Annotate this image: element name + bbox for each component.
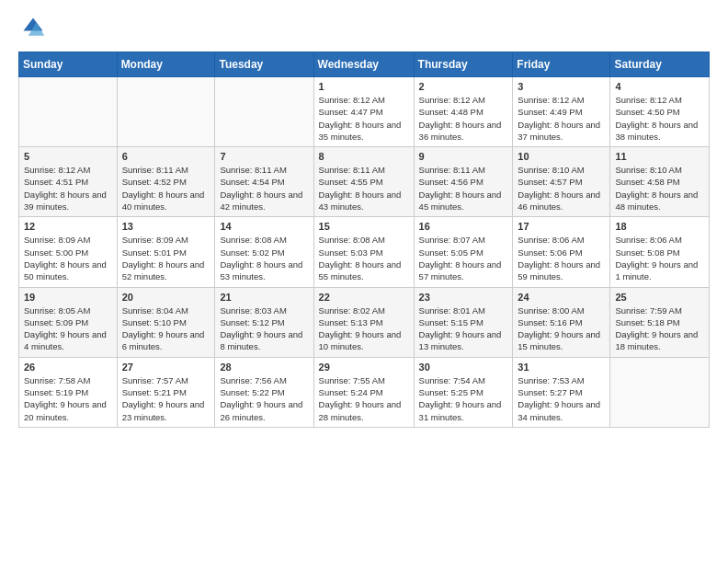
logo-icon <box>20 15 46 40</box>
day-cell: 19Sunrise: 8:05 AM Sunset: 5:09 PM Dayli… <box>19 287 118 357</box>
day-cell: 6Sunrise: 8:11 AM Sunset: 4:52 PM Daylig… <box>117 147 215 217</box>
day-cell: 12Sunrise: 8:09 AM Sunset: 5:00 PM Dayli… <box>19 217 118 287</box>
day-info: Sunrise: 8:10 AM Sunset: 4:57 PM Dayligh… <box>518 164 605 213</box>
day-info: Sunrise: 8:04 AM Sunset: 5:10 PM Dayligh… <box>122 304 210 353</box>
weekday-header-saturday: Saturday <box>610 52 710 77</box>
weekday-header-wednesday: Wednesday <box>313 52 414 77</box>
day-number: 15 <box>319 221 409 232</box>
week-row-4: 19Sunrise: 8:05 AM Sunset: 5:09 PM Dayli… <box>19 287 710 357</box>
day-info: Sunrise: 8:11 AM Sunset: 4:55 PM Dayligh… <box>319 164 409 213</box>
day-number: 23 <box>419 292 508 303</box>
day-number: 19 <box>24 292 112 303</box>
day-number: 29 <box>319 362 409 373</box>
day-info: Sunrise: 8:12 AM Sunset: 4:47 PM Dayligh… <box>319 94 409 143</box>
day-cell: 22Sunrise: 8:02 AM Sunset: 5:13 PM Dayli… <box>313 287 414 357</box>
day-info: Sunrise: 8:06 AM Sunset: 5:06 PM Dayligh… <box>518 234 605 282</box>
day-number: 24 <box>518 292 605 303</box>
week-row-5: 26Sunrise: 7:58 AM Sunset: 5:19 PM Dayli… <box>19 357 710 427</box>
day-info: Sunrise: 8:11 AM Sunset: 4:54 PM Dayligh… <box>220 164 308 213</box>
day-cell: 18Sunrise: 8:06 AM Sunset: 5:08 PM Dayli… <box>610 217 710 287</box>
day-info: Sunrise: 8:03 AM Sunset: 5:12 PM Dayligh… <box>220 304 308 353</box>
day-cell: 3Sunrise: 8:12 AM Sunset: 4:49 PM Daylig… <box>513 77 610 147</box>
day-cell: 24Sunrise: 8:00 AM Sunset: 5:16 PM Dayli… <box>513 287 610 357</box>
weekday-header-sunday: Sunday <box>19 52 118 77</box>
day-info: Sunrise: 8:12 AM Sunset: 4:48 PM Dayligh… <box>419 94 508 143</box>
day-info: Sunrise: 7:56 AM Sunset: 5:22 PM Dayligh… <box>220 374 308 423</box>
day-info: Sunrise: 8:08 AM Sunset: 5:03 PM Dayligh… <box>319 234 409 282</box>
day-info: Sunrise: 8:01 AM Sunset: 5:15 PM Dayligh… <box>419 304 508 353</box>
day-info: Sunrise: 8:02 AM Sunset: 5:13 PM Dayligh… <box>319 304 409 353</box>
day-number: 10 <box>518 151 605 162</box>
day-cell: 30Sunrise: 7:54 AM Sunset: 5:25 PM Dayli… <box>414 357 513 427</box>
day-cell: 17Sunrise: 8:06 AM Sunset: 5:06 PM Dayli… <box>513 217 610 287</box>
day-cell: 13Sunrise: 8:09 AM Sunset: 5:01 PM Dayli… <box>117 217 215 287</box>
day-info: Sunrise: 8:09 AM Sunset: 5:01 PM Dayligh… <box>122 234 210 282</box>
day-cell: 31Sunrise: 7:53 AM Sunset: 5:27 PM Dayli… <box>513 357 610 427</box>
weekday-header-tuesday: Tuesday <box>215 52 313 77</box>
day-number: 6 <box>122 151 210 162</box>
day-info: Sunrise: 8:00 AM Sunset: 5:16 PM Dayligh… <box>518 304 605 353</box>
weekday-header-thursday: Thursday <box>414 52 513 77</box>
day-cell: 5Sunrise: 8:12 AM Sunset: 4:51 PM Daylig… <box>19 147 118 217</box>
day-number: 25 <box>615 292 704 303</box>
day-number: 17 <box>518 221 605 232</box>
week-row-2: 5Sunrise: 8:12 AM Sunset: 4:51 PM Daylig… <box>19 147 710 217</box>
logo <box>18 15 46 40</box>
day-number: 9 <box>419 151 508 162</box>
day-info: Sunrise: 7:59 AM Sunset: 5:18 PM Dayligh… <box>615 304 704 353</box>
day-cell: 29Sunrise: 7:55 AM Sunset: 5:24 PM Dayli… <box>313 357 414 427</box>
day-number: 27 <box>122 362 210 373</box>
day-info: Sunrise: 7:57 AM Sunset: 5:21 PM Dayligh… <box>122 374 210 423</box>
day-info: Sunrise: 8:05 AM Sunset: 5:09 PM Dayligh… <box>24 304 112 353</box>
day-cell: 21Sunrise: 8:03 AM Sunset: 5:12 PM Dayli… <box>215 287 313 357</box>
day-info: Sunrise: 8:09 AM Sunset: 5:00 PM Dayligh… <box>24 234 112 282</box>
day-number: 21 <box>220 292 308 303</box>
header <box>18 15 710 40</box>
day-number: 18 <box>615 221 704 232</box>
day-info: Sunrise: 7:54 AM Sunset: 5:25 PM Dayligh… <box>419 374 508 423</box>
day-info: Sunrise: 7:55 AM Sunset: 5:24 PM Dayligh… <box>319 374 409 423</box>
day-number: 31 <box>518 362 605 373</box>
day-number: 2 <box>419 81 508 92</box>
day-number: 30 <box>419 362 508 373</box>
day-cell: 7Sunrise: 8:11 AM Sunset: 4:54 PM Daylig… <box>215 147 313 217</box>
day-cell: 23Sunrise: 8:01 AM Sunset: 5:15 PM Dayli… <box>414 287 513 357</box>
day-info: Sunrise: 8:07 AM Sunset: 5:05 PM Dayligh… <box>419 234 508 282</box>
day-number: 1 <box>319 81 409 92</box>
day-number: 26 <box>24 362 112 373</box>
day-number: 22 <box>319 292 409 303</box>
day-number: 4 <box>615 81 704 92</box>
day-cell: 15Sunrise: 8:08 AM Sunset: 5:03 PM Dayli… <box>313 217 414 287</box>
day-cell: 26Sunrise: 7:58 AM Sunset: 5:19 PM Dayli… <box>19 357 118 427</box>
day-info: Sunrise: 8:11 AM Sunset: 4:56 PM Dayligh… <box>419 164 508 213</box>
day-cell: 14Sunrise: 8:08 AM Sunset: 5:02 PM Dayli… <box>215 217 313 287</box>
day-cell <box>610 357 710 427</box>
day-info: Sunrise: 7:58 AM Sunset: 5:19 PM Dayligh… <box>24 374 112 423</box>
day-number: 12 <box>24 221 112 232</box>
day-cell: 20Sunrise: 8:04 AM Sunset: 5:10 PM Dayli… <box>117 287 215 357</box>
day-info: Sunrise: 8:08 AM Sunset: 5:02 PM Dayligh… <box>220 234 308 282</box>
day-cell <box>117 77 215 147</box>
day-number: 3 <box>518 81 605 92</box>
day-cell: 27Sunrise: 7:57 AM Sunset: 5:21 PM Dayli… <box>117 357 215 427</box>
day-cell <box>19 77 118 147</box>
day-info: Sunrise: 8:11 AM Sunset: 4:52 PM Dayligh… <box>122 164 210 213</box>
day-info: Sunrise: 8:12 AM Sunset: 4:49 PM Dayligh… <box>518 94 605 143</box>
day-info: Sunrise: 8:10 AM Sunset: 4:58 PM Dayligh… <box>615 164 704 213</box>
week-row-1: 1Sunrise: 8:12 AM Sunset: 4:47 PM Daylig… <box>19 77 710 147</box>
day-number: 20 <box>122 292 210 303</box>
weekday-header-friday: Friday <box>513 52 610 77</box>
weekday-header-monday: Monday <box>117 52 215 77</box>
day-cell: 25Sunrise: 7:59 AM Sunset: 5:18 PM Dayli… <box>610 287 710 357</box>
day-number: 7 <box>220 151 308 162</box>
page: SundayMondayTuesdayWednesdayThursdayFrid… <box>0 0 728 446</box>
day-cell: 8Sunrise: 8:11 AM Sunset: 4:55 PM Daylig… <box>313 147 414 217</box>
day-cell <box>215 77 313 147</box>
day-info: Sunrise: 8:12 AM Sunset: 4:50 PM Dayligh… <box>615 94 704 143</box>
day-cell: 28Sunrise: 7:56 AM Sunset: 5:22 PM Dayli… <box>215 357 313 427</box>
weekday-header-row: SundayMondayTuesdayWednesdayThursdayFrid… <box>19 52 710 77</box>
day-cell: 4Sunrise: 8:12 AM Sunset: 4:50 PM Daylig… <box>610 77 710 147</box>
day-number: 13 <box>122 221 210 232</box>
day-cell: 11Sunrise: 8:10 AM Sunset: 4:58 PM Dayli… <box>610 147 710 217</box>
day-cell: 9Sunrise: 8:11 AM Sunset: 4:56 PM Daylig… <box>414 147 513 217</box>
